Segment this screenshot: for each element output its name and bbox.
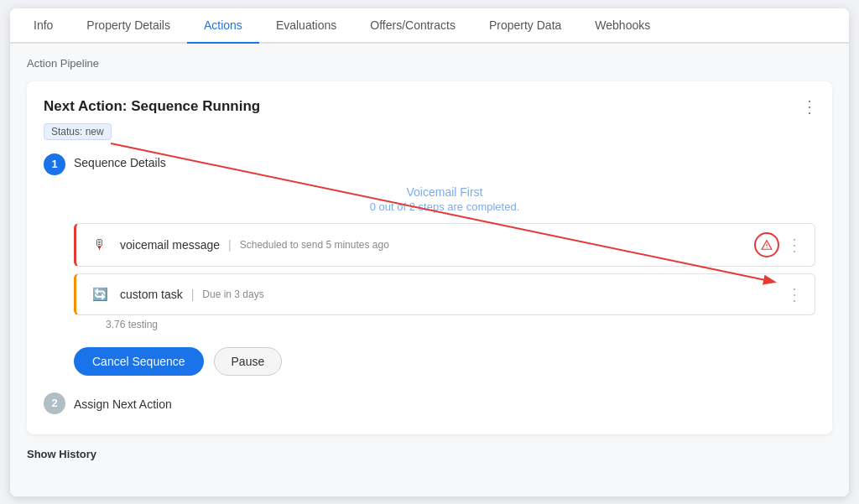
tab-property-data[interactable]: Property Data [472, 8, 578, 44]
task-voicemail-name: voicemail message [120, 238, 220, 252]
tab-webhooks[interactable]: Webhooks [578, 8, 667, 44]
task-row-custom: 🔄 custom task | Due in 3 days ⋮ [74, 273, 815, 315]
task-custom-meta: Due in 3 days [202, 288, 263, 300]
card-menu-button[interactable]: ⋮ [801, 96, 819, 117]
pause-button[interactable]: Pause [214, 347, 283, 376]
card-title: Next Action: Sequence Running [44, 98, 815, 115]
task-voicemail-actions: ⋮ [754, 232, 803, 257]
task-custom-name: custom task [120, 288, 183, 301]
app-container: Info Property Details Actions Evaluation… [10, 8, 849, 496]
task-row-voicemail: 🎙 voicemail message | Scheduled to send … [74, 223, 815, 267]
triangle-warning-icon [761, 239, 773, 251]
show-history-link[interactable]: Show History [27, 448, 832, 460]
tab-evaluations[interactable]: Evaluations [259, 8, 353, 44]
task-custom-sub: 3.76 testing [74, 319, 815, 330]
step1-label: Sequence Details [74, 153, 166, 169]
section-header: Action Pipeline [27, 57, 832, 70]
task-voicemail-meta: Scheduled to send 5 minutes ago [240, 239, 389, 251]
sequence-name: Voicemail First [74, 185, 815, 199]
custom-task-icon: 🔄 [88, 283, 112, 306]
task-custom-menu[interactable]: ⋮ [786, 284, 803, 304]
step2-number: 2 [44, 392, 65, 414]
tab-info[interactable]: Info [17, 8, 70, 44]
tab-actions[interactable]: Actions [187, 8, 259, 44]
tab-offers-contracts[interactable]: Offers/Contracts [353, 8, 472, 44]
content-area: Action Pipeline Next Action: Sequence Ru… [10, 44, 849, 496]
task-voicemail-menu[interactable]: ⋮ [786, 235, 803, 255]
sequence-progress: 0 out of 2 steps are completed. [74, 200, 815, 213]
task-row-custom-wrapper: 🔄 custom task | Due in 3 days ⋮ 3.76 tes… [74, 273, 815, 330]
tab-bar: Info Property Details Actions Evaluation… [10, 8, 849, 44]
status-badge: Status: new [44, 123, 112, 140]
step1-number: 1 [44, 153, 65, 175]
step2-row: 2 Assign Next Action [44, 392, 815, 414]
task-custom-actions: ⋮ [786, 284, 803, 304]
pipeline-card: Next Action: Sequence Running ⋮ Status: … [27, 81, 832, 434]
step1-row: 1 Sequence Details [44, 153, 815, 175]
error-icon-circle[interactable] [754, 232, 779, 257]
cancel-sequence-button[interactable]: Cancel Sequence [74, 347, 204, 376]
svg-point-2 [766, 247, 767, 247]
sequence-info-area: Voicemail First 0 out of 2 steps are com… [74, 185, 815, 330]
action-buttons: Cancel Sequence Pause [74, 347, 815, 376]
step2-label: Assign Next Action [74, 395, 172, 411]
voicemail-icon: 🎙 [88, 233, 112, 257]
tab-property-details[interactable]: Property Details [70, 8, 187, 44]
